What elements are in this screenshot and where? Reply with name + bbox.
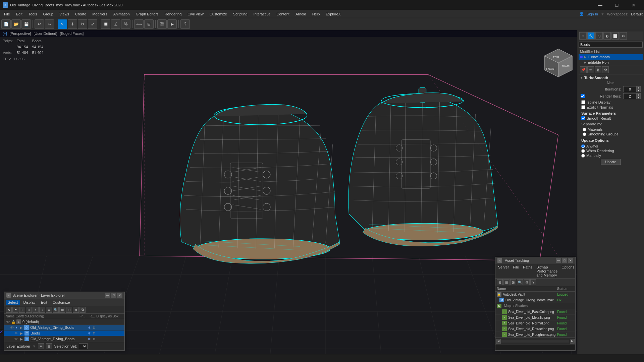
snap-btn[interactable]: 🔲 (101, 19, 110, 29)
undo-btn[interactable]: ↩ (35, 19, 44, 29)
hierarchy-panel-btn[interactable]: ⬡ (595, 32, 603, 40)
turbosmooth-modifier[interactable]: ▶ TurboSmooth (579, 54, 643, 60)
menu-modifiers[interactable]: Modifiers (90, 11, 110, 17)
delete-modifier-btn[interactable]: 🗑 (595, 66, 601, 73)
close-button[interactable]: ✕ (626, 0, 641, 10)
viewport-perspective[interactable]: [Perspective] (10, 32, 31, 36)
menu-content[interactable]: Content (274, 11, 292, 17)
rotate-btn[interactable]: ↻ (78, 19, 87, 29)
se-tab-edit[interactable]: Edit (39, 300, 49, 305)
explicit-normals-checkbox[interactable] (581, 105, 585, 109)
help-btn[interactable]: ? (180, 19, 190, 29)
render-iters-input[interactable] (623, 93, 637, 99)
maximize-button[interactable]: □ (609, 0, 625, 10)
at-btn1[interactable]: ⊞ (497, 279, 503, 285)
menu-group[interactable]: Group (40, 11, 56, 17)
at-row-metallic[interactable]: P Sea_Diver_old_Metallic.png Found (495, 315, 575, 320)
viewport-plus[interactable]: [+] (3, 32, 7, 36)
se-tab-customize[interactable]: Customize (51, 300, 72, 305)
at-menu-paths[interactable]: Paths (522, 265, 534, 278)
menu-edit[interactable]: Edit (13, 11, 25, 17)
at-menu-server[interactable]: Server (497, 265, 510, 278)
display-panel-btn[interactable]: ⬜ (611, 32, 619, 40)
open-btn[interactable]: 📂 (11, 19, 21, 29)
se-tab-display[interactable]: Display (21, 300, 38, 305)
create-panel-btn[interactable]: ✦ (579, 32, 587, 40)
utilities-panel-btn[interactable]: ⚙ (620, 32, 627, 40)
isoline-checkbox[interactable] (581, 100, 585, 104)
render-iters-down-btn[interactable]: ▼ (637, 96, 641, 99)
manually-radio[interactable] (581, 154, 585, 158)
viewport-user-defined[interactable]: [User Defined] (34, 32, 57, 36)
se-option2-btn[interactable]: ⊟ (66, 307, 72, 313)
motion-panel-btn[interactable]: ◐ (603, 32, 611, 40)
at-close-btn[interactable]: ✕ (568, 258, 573, 263)
se-row-boots[interactable]: 👁 ▶ ⬡ Boots ❄ ⚙ (4, 330, 124, 336)
at-btn3[interactable]: ⊠ (510, 279, 516, 285)
at-menu-options[interactable]: Options (560, 265, 576, 278)
workspaces-value[interactable]: Default (631, 12, 643, 16)
modifier-edit-btn[interactable]: ✏ (587, 66, 594, 73)
modifier-options-btn[interactable]: ⚙ (602, 66, 609, 73)
menu-arnold[interactable]: Arnold (293, 11, 309, 17)
at-scroll-left-btn[interactable]: ◀ (496, 339, 501, 344)
smooth-result-checkbox[interactable] (581, 116, 585, 120)
menu-graph-editors[interactable]: Graph Editors (133, 11, 161, 17)
at-maximize-btn[interactable]: □ (562, 258, 567, 263)
when-rendering-radio[interactable] (581, 149, 585, 153)
at-btn2[interactable]: ⊟ (503, 279, 509, 285)
selection-set-dropdown[interactable] (79, 343, 88, 349)
at-row-refraction[interactable]: P Sea_Diver_old_Refraction.png Found (495, 326, 575, 332)
render-setup-btn[interactable]: 🎬 (157, 19, 167, 29)
at-row-roughness[interactable]: P Sea_Diver_old_Roughness.png Found (495, 332, 575, 338)
menu-create[interactable]: Create (72, 11, 89, 17)
se-add-btn[interactable]: + (19, 307, 25, 313)
se-option3-btn[interactable]: ⊠ (73, 307, 79, 313)
se-filter-btn[interactable]: ≡ (46, 307, 52, 313)
minimize-button[interactable]: — (592, 0, 608, 10)
object-name-field[interactable] (579, 42, 643, 48)
at-menu-bitmap[interactable]: Bitmap Performance and Memory (535, 265, 559, 278)
redo-btn[interactable]: ↪ (45, 19, 54, 29)
se-tab-select[interactable]: Select (6, 300, 20, 305)
iterations-up-btn[interactable]: ▲ (637, 86, 641, 89)
se-row-default-layer[interactable]: 👁 🔒 L 0 (default) (4, 319, 124, 325)
se-minimize-btn[interactable]: — (105, 293, 110, 298)
angle-snap-btn[interactable]: ∠ (111, 19, 120, 29)
menu-explorex[interactable]: ExploreX (323, 11, 343, 17)
se-option1-btn[interactable]: ⊞ (59, 307, 65, 313)
mirror-btn[interactable]: ⟺ (134, 19, 144, 29)
viewport-edged-faces[interactable]: [Edged Faces] (60, 32, 84, 36)
new-btn[interactable]: 📄 (1, 19, 11, 29)
at-btn4[interactable]: 🔍 (517, 279, 523, 285)
menu-customize[interactable]: Customize (207, 11, 230, 17)
menu-help[interactable]: Help (310, 11, 323, 17)
percent-snap-btn[interactable]: % (121, 19, 130, 29)
render-btn[interactable]: ▶ (167, 19, 177, 29)
se-row-old-vintage-boots2[interactable]: 👁 ▶ ⬡ Old_Vintage_Diving_Boots ❄ ⚙ (4, 336, 124, 342)
at-scroll-right-btn[interactable]: ▶ (570, 339, 575, 344)
editable-poly-modifier[interactable]: ▶ Editable Poly (579, 60, 643, 65)
se-layers-btn[interactable]: ⧉ (79, 307, 86, 313)
se-close-btn[interactable]: ✕ (117, 293, 122, 298)
se-down-btn[interactable]: ↓ (39, 307, 45, 313)
move-btn[interactable]: ✛ (68, 19, 77, 29)
at-scrollbar[interactable]: ◀ ▶ (495, 338, 575, 344)
modify-panel-btn[interactable]: 🔧 (587, 32, 595, 40)
se-up-btn[interactable]: ↑ (33, 307, 39, 313)
se-add-layer-btn[interactable]: ⊕ (26, 307, 32, 313)
scale-btn[interactable]: ⤢ (88, 19, 97, 29)
se-delete-btn[interactable]: ✕ (6, 307, 12, 313)
at-btn5[interactable]: ⚙ (524, 279, 530, 285)
at-row-vault[interactable]: 🔒 Autodesk Vault Logged (495, 292, 575, 297)
se-flag-btn[interactable]: ⚑ (12, 307, 18, 313)
menu-tools[interactable]: Tools (26, 11, 40, 17)
menu-interactive[interactable]: Interactive (251, 11, 273, 17)
at-menu-file[interactable]: File (512, 265, 520, 278)
menu-animation[interactable]: Animation (111, 11, 132, 17)
pin-modifier-btn[interactable]: 📌 (580, 66, 587, 73)
iterations-down-btn[interactable]: ▼ (637, 89, 641, 92)
title-bar-controls[interactable]: — □ ✕ (592, 0, 641, 10)
materials-radio[interactable] (583, 128, 586, 131)
render-iters-up-btn[interactable]: ▲ (637, 93, 641, 96)
